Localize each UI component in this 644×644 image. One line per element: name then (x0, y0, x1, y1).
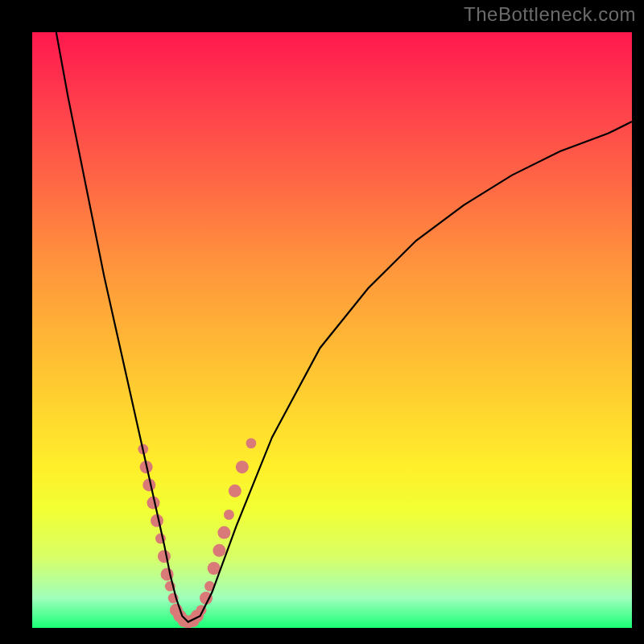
marker-dot (236, 460, 249, 473)
chart-frame: TheBottleneck.com (0, 0, 644, 644)
markers-group (138, 438, 256, 628)
marker-dot (213, 544, 225, 557)
plot-area (32, 32, 632, 628)
watermark-text: TheBottleneck.com (464, 3, 636, 26)
marker-dot (229, 485, 242, 497)
marker-dot (158, 550, 171, 563)
marker-dot (217, 526, 230, 539)
marker-dot (246, 438, 257, 448)
marker-dot (224, 510, 234, 520)
curve-path (56, 32, 632, 622)
chart-svg (32, 32, 632, 628)
